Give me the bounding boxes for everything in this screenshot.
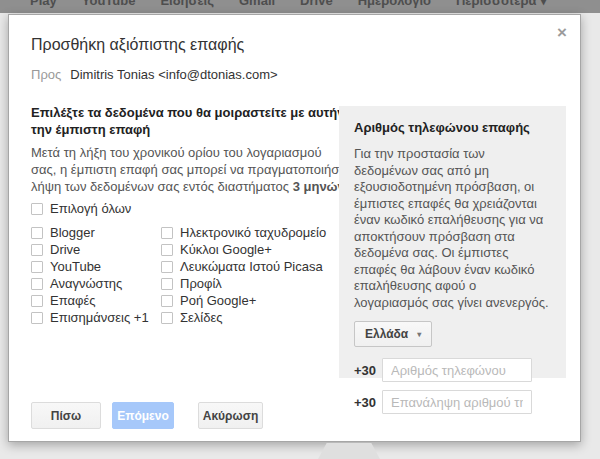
service-row[interactable]: Σελίδες (161, 309, 326, 326)
service-label: Κύκλοι Google+ (180, 242, 272, 257)
close-icon[interactable]: × (557, 24, 567, 41)
service-row[interactable]: Drive (31, 241, 161, 258)
share-section-description: Μετά τη λήξη του χρονικού ορίου του λογα… (31, 144, 349, 195)
service-row[interactable]: Ροή Google+ (161, 292, 326, 309)
service-checkbox[interactable] (31, 261, 43, 273)
service-checkbox[interactable] (161, 227, 173, 239)
services-checkbox-grid: Blogger Drive YouTube Αναγνώστης (31, 224, 326, 326)
phone-input-row: +30 (354, 358, 551, 382)
service-row[interactable]: Επαφές (31, 292, 161, 309)
country-selector-dropdown[interactable]: Ελλάδα ▾ (354, 321, 432, 347)
service-checkbox[interactable] (31, 244, 43, 256)
phone-repeat-row: +30 (354, 390, 551, 414)
service-checkbox[interactable] (31, 278, 43, 290)
select-all-row[interactable]: Επιλογή όλων (31, 200, 131, 217)
navbar-item[interactable]: YouTube (82, 0, 136, 13)
service-row[interactable]: Ηλεκτρονικό ταχυδρομείο (161, 224, 326, 241)
service-label: Drive (50, 242, 80, 257)
service-checkbox[interactable] (31, 295, 43, 307)
recipient-value: Dimitris Tonias <info@dtonias.com> (70, 67, 277, 82)
share-desc-bold: 3 μηνών (293, 179, 345, 194)
service-checkbox[interactable] (161, 295, 173, 307)
phone-number-panel: Αριθμός τηλεφώνου επαφής Για την προστασ… (339, 106, 566, 378)
country-selected-label: Ελλάδα (365, 327, 408, 341)
service-label: Επαφές (50, 293, 95, 308)
service-row[interactable]: Λευκώματα Ιστού Picasa (161, 258, 326, 275)
navbar-item[interactable]: Περισσότερα ▾ (456, 0, 547, 13)
service-checkbox[interactable] (161, 278, 173, 290)
dial-code-label: +30 (354, 363, 382, 378)
service-row[interactable]: Blogger (31, 224, 161, 241)
to-label: Προς (31, 67, 61, 82)
service-checkbox[interactable] (31, 312, 43, 324)
back-button[interactable]: Πίσω (31, 402, 101, 429)
service-row[interactable]: YouTube (31, 258, 161, 275)
phone-panel-description: Για την προστασία των δεδομένων σας από … (354, 146, 551, 311)
underlying-page-shape (318, 443, 380, 459)
recipient-row: ΠροςDimitris Tonias <info@dtonias.com> (31, 67, 278, 82)
navbar-item[interactable]: Ειδήσεις (160, 0, 214, 13)
service-checkbox[interactable] (161, 312, 173, 324)
next-button[interactable]: Επόμενο (112, 402, 174, 429)
share-section-heading: Επιλέξτε τα δεδομένα που θα μοιραστείτε … (31, 104, 345, 138)
service-label: Ροή Google+ (180, 293, 256, 308)
service-label: Επισημάνσεις +1 (50, 310, 149, 325)
service-label: Προφίλ (180, 276, 222, 291)
service-label: Λευκώματα Ιστού Picasa (180, 259, 323, 274)
select-all-checkbox[interactable] (31, 203, 43, 215)
navbar-item[interactable]: Play (30, 0, 57, 13)
dialog-title: Προσθήκη αξιόπιστης επαφής (31, 36, 244, 54)
navbar-item[interactable]: Gmail (239, 0, 275, 13)
service-checkbox[interactable] (31, 227, 43, 239)
dial-code-label: +30 (354, 395, 382, 410)
phone-number-input[interactable] (382, 358, 532, 382)
service-checkbox[interactable] (161, 261, 173, 273)
cancel-button[interactable]: Ακύρωση (198, 402, 263, 429)
service-label: YouTube (50, 259, 101, 274)
services-column-2: Ηλεκτρονικό ταχυδρομείο Κύκλοι Google+ Λ… (161, 224, 326, 326)
service-row[interactable]: Επισημάνσεις +1 (31, 309, 161, 326)
phone-panel-heading: Αριθμός τηλεφώνου επαφής (354, 120, 551, 135)
service-label: Σελίδες (180, 310, 223, 325)
google-top-bar: Play YouTube Ειδήσεις Gmail Drive Ημερολ… (0, 0, 600, 13)
chevron-down-icon: ▾ (417, 330, 421, 339)
service-checkbox[interactable] (161, 244, 173, 256)
service-label: Ηλεκτρονικό ταχυδρομείο (180, 225, 326, 240)
service-row[interactable]: Αναγνώστης (31, 275, 161, 292)
phone-number-repeat-input[interactable] (382, 390, 532, 414)
service-label: Αναγνώστης (50, 276, 122, 291)
select-all-label: Επιλογή όλων (50, 201, 131, 216)
service-row[interactable]: Κύκλοι Google+ (161, 241, 326, 258)
add-trusted-contact-dialog: × Προσθήκη αξιόπιστης επαφής ΠροςDimitri… (8, 14, 581, 442)
service-row[interactable]: Προφίλ (161, 275, 326, 292)
service-label: Blogger (50, 225, 95, 240)
navbar-item[interactable]: Drive (300, 0, 333, 13)
services-column-1: Blogger Drive YouTube Αναγνώστης (31, 224, 161, 326)
navbar-item[interactable]: Ημερολόγιο (358, 0, 431, 13)
